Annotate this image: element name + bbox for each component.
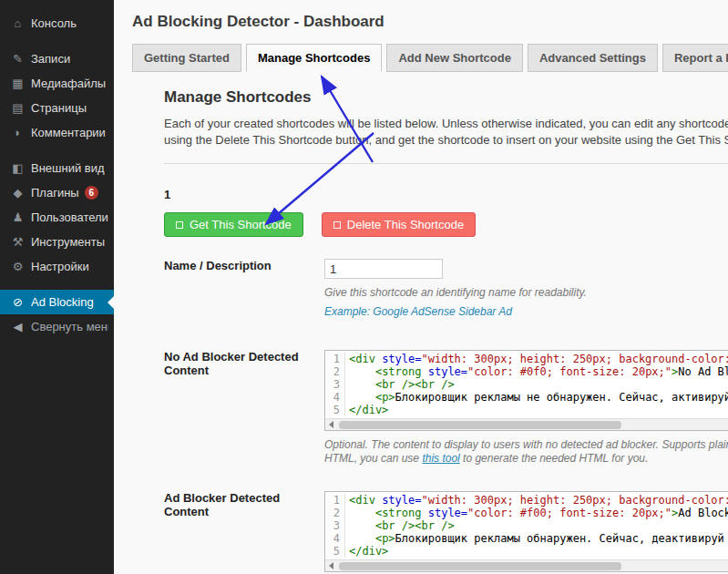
name-description-row: Name / Description Give this shortcode a… [164, 259, 728, 319]
scrollbar-thumb[interactable] [339, 421, 621, 429]
scroll-left-icon[interactable] [329, 421, 333, 428]
settings-icon: ⚙ [9, 261, 26, 272]
sidebar-item-tools[interactable]: ⚒ Инструменты [0, 230, 114, 254]
posts-icon: ✎ [9, 53, 26, 65]
sidebar-item-appearance[interactable]: ◧ Внешний вид [0, 156, 114, 180]
square-icon [333, 221, 341, 229]
tab-add-new-shortcode[interactable]: Add New Shortcode [386, 44, 523, 72]
active-item-notch [108, 296, 114, 309]
plugins-icon: ◆ [9, 187, 26, 199]
ad-blocker-content-label: Ad Blocker Detected Content [164, 491, 324, 518]
page-title: Ad Blocking Detector - Dashboard [132, 13, 728, 31]
sidebar-item-label: Записи [31, 52, 70, 66]
sidebar-item-label: Инструменты [31, 235, 105, 249]
tab-advanced-settings[interactable]: Advanced Settings [528, 44, 658, 72]
get-shortcode-button-label: Get This Shortcode [190, 218, 292, 231]
intro-line-1: Each of your created shortcodes will be … [164, 116, 728, 132]
no-ad-blocker-content-label: No Ad Blocker Detected Content [164, 350, 324, 377]
code-lines[interactable]: <div style="width: 300px; height: 250px;… [345, 353, 728, 416]
intro-line-2: using the Delete This Shortcode button, … [164, 132, 728, 149]
scrollbar-thumb[interactable] [339, 562, 621, 570]
tab-report-a-problem[interactable]: Report a Problem / De [662, 44, 728, 72]
ad-blocker-content-row: Ad Blocker Detected Content 12345 <div s… [164, 491, 728, 572]
comments-icon: ◗ [9, 127, 26, 138]
shortcode-actions: Get This Shortcode Delete This Shortcode [164, 212, 728, 237]
delete-shortcode-button-label: Delete This Shortcode [347, 218, 464, 231]
sidebar-item-plugins[interactable]: ◆ Плагины 6 [0, 180, 114, 205]
sidebar-item-media[interactable]: ▦ Медиафайлы [0, 71, 114, 96]
sidebar-item-posts[interactable]: ✎ Записи [0, 46, 114, 71]
sidebar-item-label: Внешний вид [31, 161, 105, 175]
appearance-icon: ◧ [9, 162, 26, 174]
name-description-field: Give this shortcode an identifying name … [324, 259, 728, 319]
sidebar-item-label: Свернуть меню [31, 320, 108, 333]
help-line-2-post: to generate the needed HTML for you. [460, 452, 649, 465]
sidebar-item-label: Пользователи [31, 210, 108, 224]
horizontal-scrollbar[interactable] [325, 418, 728, 430]
no-ad-blocker-content-row: No Ad Blocker Detected Content 12345 <di… [164, 350, 728, 466]
divider [164, 163, 728, 164]
tab-getting-started[interactable]: Getting Started [132, 44, 241, 72]
sidebar-item-users[interactable]: ♟ Пользователи [0, 205, 114, 230]
no-ad-blocker-code-editor[interactable]: 12345 <div style="width: 300px; height: … [324, 350, 728, 431]
tab-bar: Getting Started Manage Shortcodes Add Ne… [132, 44, 728, 72]
sidebar-item-label: Медиафайлы [31, 77, 106, 90]
help-line-2-pre: HTML, you can use [324, 452, 422, 465]
manage-shortcodes-panel: Manage Shortcodes Each of your created s… [164, 88, 728, 572]
plugin-update-count-badge: 6 [85, 186, 98, 200]
sidebar-item-label: Настройки [31, 260, 89, 273]
horizontal-scrollbar[interactable] [325, 559, 728, 571]
intro-text: Each of your created shortcodes will be … [164, 116, 728, 149]
code-lines[interactable]: <div style="width: 300px; height: 250px;… [345, 494, 728, 558]
tools-icon: ⚒ [9, 236, 26, 248]
help-line-2: HTML, you can use this tool to generate … [324, 452, 728, 466]
line-numbers: 12345 [325, 353, 345, 416]
sidebar-item-ad-blocking[interactable]: ⊘ Ad Blocking [0, 290, 114, 314]
collapse-menu-icon: ◀ [9, 321, 26, 333]
sidebar-item-label: Комментарии [31, 126, 106, 139]
users-icon: ♟ [9, 211, 26, 223]
sidebar-item-settings[interactable]: ⚙ Настройки [0, 254, 114, 279]
help-line-1: Optional. The content to display to user… [324, 438, 728, 452]
sidebar-item-label: Страницы [31, 101, 87, 115]
sidebar-item-label: Ad Blocking [31, 295, 94, 309]
name-description-label: Name / Description [164, 259, 324, 272]
section-heading: Manage Shortcodes [164, 88, 728, 107]
admin-sidebar: ⌂ Консоль ✎ Записи ▦ Медиафайлы ▤ Страни… [0, 0, 114, 574]
media-icon: ▦ [9, 77, 26, 89]
scroll-left-icon[interactable] [329, 562, 333, 569]
ad-blocker-content-field: 12345 <div style="width: 300px; height: … [324, 491, 728, 572]
line-numbers: 12345 [325, 494, 345, 558]
pages-icon: ▤ [9, 102, 26, 114]
sidebar-item-label: Консоль [31, 16, 77, 30]
example-shortcode-link[interactable]: Example: Google AdSense Sidebar Ad [324, 305, 512, 318]
name-description-input[interactable] [324, 259, 443, 279]
code-editor-body[interactable]: 12345 <div style="width: 300px; height: … [325, 492, 728, 559]
sidebar-item-comments[interactable]: ◗ Комментарии [0, 120, 114, 145]
delete-shortcode-button[interactable]: Delete This Shortcode [322, 212, 476, 237]
sidebar-item-pages[interactable]: ▤ Страницы [0, 96, 114, 120]
shortcode-number: 1 [164, 188, 728, 201]
main-content: Ad Blocking Detector - Dashboard Getting… [114, 13, 728, 572]
ad-blocking-icon: ⊘ [9, 296, 26, 308]
square-icon [176, 221, 183, 229]
sidebar-item-collapse-menu[interactable]: ◀ Свернуть меню [0, 314, 114, 339]
name-description-help: Give this shortcode an identifying name … [324, 286, 728, 300]
dashboard-icon: ⌂ [9, 17, 26, 29]
no-ad-blocker-content-field: 12345 <div style="width: 300px; height: … [324, 350, 728, 466]
this-tool-link[interactable]: this tool [422, 452, 459, 465]
ad-blocker-code-editor[interactable]: 12345 <div style="width: 300px; height: … [324, 491, 728, 572]
tab-manage-shortcodes[interactable]: Manage Shortcodes [246, 44, 383, 72]
get-shortcode-button[interactable]: Get This Shortcode [164, 212, 303, 237]
no-ad-blocker-help: Optional. The content to display to user… [324, 438, 728, 466]
code-editor-body[interactable]: 12345 <div style="width: 300px; height: … [325, 351, 728, 418]
sidebar-item-label: Плагины [31, 186, 79, 200]
sidebar-item-dashboard[interactable]: ⌂ Консоль [0, 11, 114, 36]
